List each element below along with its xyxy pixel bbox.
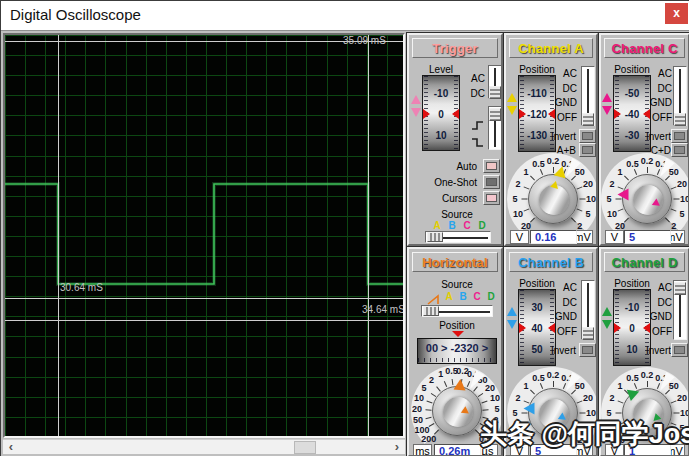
dial-tick <box>673 413 679 414</box>
scroll-left-arrow-icon[interactable]: ‹ <box>3 440 19 455</box>
trigger-button-label: Cursors <box>417 193 477 204</box>
gain-value-display: 0.26m <box>434 444 481 456</box>
dial-tick <box>579 413 585 414</box>
source-label: Source <box>409 279 503 290</box>
coupling-option-off: OFF <box>632 326 672 337</box>
invert-button-led <box>582 346 593 354</box>
adjust-down-arrow-icon[interactable] <box>507 106 517 115</box>
position-readout-ticks <box>418 358 496 362</box>
coupling-option-gnd: GND <box>537 311 577 322</box>
source-channel-a: A <box>443 291 455 302</box>
position-slider[interactable]: -10010 <box>422 75 460 151</box>
mini-slider-handle[interactable] <box>582 327 594 340</box>
scrollbar-thumb[interactable] <box>294 441 316 454</box>
mini-slider-handle[interactable] <box>489 108 501 121</box>
source-slider-handle[interactable] <box>423 306 439 316</box>
adjust-down-arrow-icon[interactable] <box>507 320 517 329</box>
horizontal-source-slider[interactable] <box>421 305 493 317</box>
trigger-coupling-ac: AC <box>465 73 485 84</box>
adjust-up-arrow-icon[interactable] <box>602 93 612 102</box>
position-readout[interactable]: 00 > -2320 > <box>417 338 497 364</box>
dial-tick <box>615 413 621 414</box>
channel-a-panel: Channel APosition-110-120-130ACDCGNDOFFI… <box>504 33 598 246</box>
title-bar[interactable]: Digital Oscilloscope x <box>1 1 689 31</box>
auto-button[interactable] <box>483 159 500 173</box>
mini-slider-handle[interactable] <box>674 113 686 126</box>
mini-slider-handle[interactable] <box>582 113 594 126</box>
unit-left-flag: V <box>510 230 529 244</box>
horizontal-panel-title: Horizontal <box>412 252 498 272</box>
oneshot-button-led <box>486 178 497 186</box>
trigger-panel-title: Trigger <box>412 38 498 58</box>
knob-pointer-icon <box>454 378 467 390</box>
slider-tick-label: 20 <box>614 365 650 366</box>
trigger-coupling-slider[interactable] <box>488 65 502 99</box>
slider-tick-label: 60 <box>519 365 555 366</box>
source-channel-c: C <box>471 291 483 302</box>
channel-b-title: Channel B <box>509 252 593 272</box>
vertical-cursor[interactable] <box>368 35 369 436</box>
coupling-slider[interactable] <box>673 280 687 340</box>
adjust-up-arrow-icon[interactable] <box>507 93 517 102</box>
adjust-down-arrow-icon[interactable] <box>602 106 612 115</box>
watermark: 头条 @何同学JoseHe <box>480 416 689 452</box>
invert-button[interactable] <box>579 129 596 143</box>
slider-tick-label: -10 <box>423 88 459 99</box>
adjust-up-arrow-icon[interactable] <box>411 95 421 104</box>
invert-button[interactable] <box>671 343 688 357</box>
coupling-option-ac: AC <box>537 68 577 79</box>
cd-button[interactable] <box>671 143 688 157</box>
mini-slider-handle[interactable] <box>674 282 686 295</box>
ab-button[interactable] <box>579 143 596 157</box>
window-title: Digital Oscilloscope <box>10 6 141 23</box>
trigger-source-slider[interactable] <box>425 231 491 243</box>
dial-scale-label: 200 <box>419 434 439 444</box>
gain-knob[interactable] <box>432 386 482 436</box>
dial-tick <box>579 199 585 200</box>
oscilloscope-window: Digital Oscilloscope x 35.09 mS30.64 mS3… <box>0 0 689 456</box>
coupling-slider[interactable] <box>673 66 687 126</box>
coupling-slider[interactable] <box>581 66 595 126</box>
slider-marker-left-icon <box>519 109 526 119</box>
vertical-cursor[interactable] <box>58 35 59 436</box>
adjust-up-arrow-icon[interactable] <box>602 307 612 316</box>
adjust-up-arrow-icon[interactable] <box>507 307 517 316</box>
source-channel-d: D <box>485 291 497 302</box>
cursors-button[interactable] <box>483 191 500 205</box>
source-slider-handle[interactable] <box>427 232 443 242</box>
horizontal-scrollbar[interactable]: ‹ › <box>3 439 405 454</box>
coupling-option-ac: AC <box>632 282 672 293</box>
close-button[interactable]: x <box>665 3 688 24</box>
rising-edge-icon <box>471 117 485 129</box>
knob-grip[interactable] <box>633 185 663 215</box>
button-label-invert: Invert <box>625 345 671 356</box>
coupling-option-off: OFF <box>632 112 672 123</box>
slider-tick-label: 10 <box>423 130 459 141</box>
mini-slider-handle[interactable] <box>489 86 501 99</box>
invert-button[interactable] <box>579 343 596 357</box>
horizontal-cursor[interactable] <box>5 320 403 321</box>
oscilloscope-screen[interactable]: 35.09 mS30.64 mS34.64 mS <box>3 33 405 438</box>
adjust-down-arrow-icon[interactable] <box>602 320 612 329</box>
slider-marker-left-icon <box>614 323 621 333</box>
coupling-option-gnd: GND <box>537 97 577 108</box>
coupling-slider[interactable] <box>581 280 595 340</box>
position-label: Position <box>409 320 503 331</box>
button-label-invert: Invert <box>625 131 671 142</box>
gain-knob[interactable] <box>622 174 672 224</box>
coupling-option-gnd: GND <box>632 311 672 322</box>
oneshot-button[interactable] <box>483 175 500 189</box>
adjust-down-arrow-icon[interactable] <box>411 108 421 117</box>
source-channel-a: A <box>431 220 443 231</box>
dial-tick <box>425 409 431 410</box>
level-label: Level <box>422 64 460 75</box>
horizontal-cursor[interactable] <box>5 298 403 299</box>
knob-grip[interactable] <box>539 185 569 215</box>
trigger-edge-slider[interactable] <box>488 106 502 150</box>
invert-button[interactable] <box>671 129 688 143</box>
scroll-right-arrow-icon[interactable]: › <box>389 440 405 455</box>
trigger-button-label: Auto <box>417 161 477 172</box>
cursor-time-label: 35.09 mS <box>343 35 386 46</box>
invert-button-led <box>582 132 593 140</box>
channel-a-title: Channel A <box>509 38 593 58</box>
